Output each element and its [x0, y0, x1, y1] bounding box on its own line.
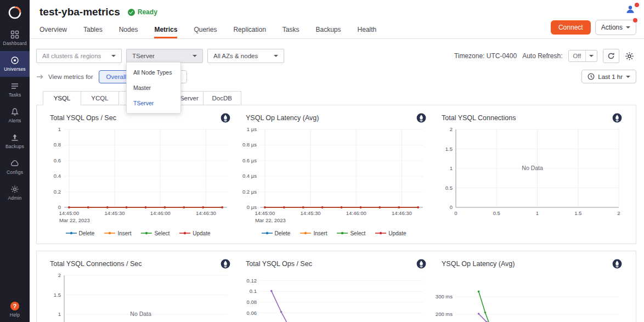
sidebar-item-configs[interactable]: Configs: [0, 154, 30, 180]
legend-item-delete[interactable]: Delete: [66, 229, 95, 237]
sidebar-item-tasks[interactable]: Tasks: [0, 77, 30, 103]
user-avatar[interactable]: [625, 4, 635, 16]
chart-header: Total YSQL Ops / Sec: [43, 112, 233, 124]
tab-replication[interactable]: Replication: [233, 26, 265, 38]
sidebar-item-label: Universes: [4, 66, 26, 72]
svg-text:0.6: 0.6: [54, 157, 61, 163]
connect-button[interactable]: Connect: [551, 20, 591, 35]
chart-title: Total YSQL Ops / Sec: [50, 114, 116, 122]
legend-item-insert[interactable]: Insert: [300, 229, 327, 237]
view-metrics-label: View metrics for: [48, 74, 93, 80]
app-window: DashboardUniversesTasksAlertsBackupsConf…: [0, 0, 644, 322]
svg-text:No Data: No Data: [522, 165, 543, 171]
az-nodes-dropdown[interactable]: All AZs & nodes: [207, 49, 284, 63]
legend-item-delete[interactable]: Delete: [262, 229, 291, 237]
status-text: Ready: [138, 8, 157, 16]
tab-backups[interactable]: Backups: [316, 26, 341, 38]
prometheus-icon[interactable]: [416, 259, 426, 269]
svg-text:0.6 µs: 0.6 µs: [242, 157, 257, 163]
configs-icon: [10, 159, 19, 168]
legend-item-insert[interactable]: Insert: [104, 229, 131, 237]
clusters-regions-dropdown[interactable]: All clusters & regions: [36, 49, 122, 63]
metric-tab-ycql[interactable]: YCQL: [81, 91, 119, 105]
chevron-down-icon: [626, 76, 630, 78]
sidebar-item-help[interactable]: ? Help: [0, 298, 30, 321]
tab-metrics[interactable]: Metrics: [154, 26, 177, 38]
prometheus-icon[interactable]: [612, 259, 622, 269]
svg-text:14:46:30: 14:46:30: [392, 210, 412, 216]
chart-header: YSQL Op Latency (Avg): [239, 112, 428, 124]
sidebar-item-backups[interactable]: Backups: [0, 128, 30, 154]
prometheus-icon[interactable]: [416, 113, 426, 123]
timezone-label: Timezone: UTC-0400: [454, 52, 517, 60]
charts-panel-row-2: Total YSQL Connections / Sec00.511.52No …: [36, 251, 636, 322]
menu-item-all-node-types[interactable]: All Node Types: [127, 65, 180, 80]
prometheus-icon[interactable]: [221, 113, 230, 123]
svg-text:0.8 µs: 0.8 µs: [242, 142, 257, 148]
svg-text:14:45:30: 14:45:30: [105, 210, 125, 216]
svg-text:0: 0: [454, 210, 457, 216]
sidebar-item-universes[interactable]: Universes: [0, 51, 30, 77]
charts-panel-row-1: Total YSQL Ops / Sec00.20.40.60.8114:45:…: [36, 105, 636, 244]
metric-tab-ysql[interactable]: YSQL: [43, 91, 81, 105]
notification-dot: [635, 3, 639, 7]
tab-nodes[interactable]: Nodes: [119, 26, 138, 38]
svg-text:1.5: 1.5: [574, 210, 581, 216]
tab-queries[interactable]: Queries: [194, 26, 217, 38]
tab-tables[interactable]: Tables: [83, 26, 103, 38]
node-type-dropdown[interactable]: TServer: [126, 49, 203, 63]
yugabyte-logo[interactable]: [0, 0, 30, 25]
page-title: test-yba-metrics: [39, 6, 120, 18]
legend-label: Update: [193, 230, 210, 236]
filter-bar: All clusters & regions TServer All AZs &…: [36, 49, 636, 63]
chart-title: Total YSQL Ops / Sec: [246, 260, 312, 268]
sidebar-item-admin[interactable]: Admin: [0, 180, 30, 206]
svg-text:0.06: 0.06: [247, 310, 257, 316]
chart-header: YSQL Op Latency (Avg): [435, 258, 624, 270]
gear-icon: [625, 52, 634, 61]
chart-total-ysql-ops-sec: Total YSQL Ops / Sec00.20.40.60.8114:45:…: [43, 112, 233, 237]
legend-item-update[interactable]: Update: [179, 229, 210, 237]
user-icon: [625, 4, 635, 14]
tab-tasks[interactable]: Tasks: [283, 26, 300, 38]
chart-plot: 0 µs0.2 µs0.4 µs0.6 µs0.8 µs1 µs14:45:00…: [239, 125, 428, 228]
menu-item-tserver[interactable]: TServer: [127, 95, 180, 111]
svg-text:14:45:30: 14:45:30: [301, 210, 321, 216]
tab-health[interactable]: Health: [358, 26, 377, 38]
nav-actions: Connect Actions: [551, 20, 636, 35]
svg-text:300 ms: 300 ms: [436, 293, 453, 300]
refresh-button[interactable]: [603, 49, 619, 63]
sidebar-item-alerts[interactable]: Alerts: [0, 103, 30, 128]
svg-text:0.1: 0.1: [250, 288, 257, 294]
actions-label: Actions: [601, 24, 623, 31]
svg-text:0.4: 0.4: [54, 173, 61, 179]
actions-button[interactable]: Actions: [595, 20, 636, 35]
svg-text:0.08: 0.08: [247, 299, 257, 305]
svg-text:2: 2: [450, 126, 453, 132]
prometheus-icon[interactable]: [612, 113, 622, 123]
time-range-button[interactable]: Last 1 hr: [581, 70, 636, 83]
prometheus-icon[interactable]: [221, 259, 230, 269]
yugabyte-logo-icon: [8, 5, 22, 20]
svg-text:2: 2: [617, 210, 620, 216]
chevron-down-icon: [193, 55, 197, 57]
legend-item-select[interactable]: Select: [337, 229, 365, 237]
sidebar-item-dashboard[interactable]: Dashboard: [0, 25, 30, 51]
chart-legend: DeleteInsertSelectUpdate: [239, 229, 428, 237]
metric-tab-docdb[interactable]: DocDB: [203, 91, 241, 105]
chart-plot: 200 ms300 ms: [435, 271, 624, 322]
svg-text:0: 0: [58, 204, 61, 210]
svg-text:1: 1: [536, 210, 539, 216]
admin-icon: [10, 185, 19, 194]
settings-gear-icon[interactable]: [625, 52, 634, 61]
auto-refresh-toggle[interactable]: Off: [568, 50, 597, 62]
legend-item-select[interactable]: Select: [141, 229, 170, 237]
svg-text:0 µs: 0 µs: [247, 204, 257, 210]
legend-item-update[interactable]: Update: [375, 229, 406, 237]
tab-overview[interactable]: Overview: [39, 26, 67, 38]
sidebar-item-label: Alerts: [9, 118, 21, 123]
svg-text:No Data: No Data: [130, 310, 151, 317]
menu-item-master[interactable]: Master: [127, 80, 180, 95]
legend-label: Update: [388, 230, 406, 236]
svg-text:2: 2: [58, 272, 61, 278]
